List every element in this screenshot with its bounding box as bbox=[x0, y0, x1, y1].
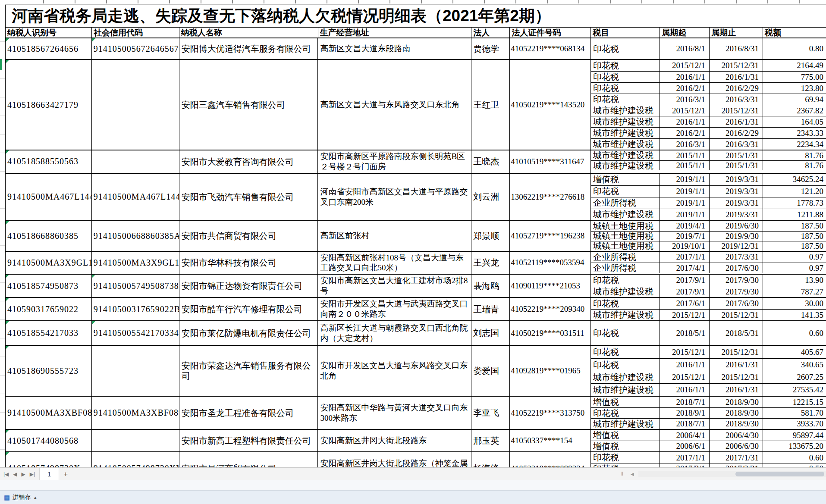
address-cell[interactable]: 高新区文昌大道与东风路交叉口东北角 bbox=[318, 60, 471, 150]
tax-amount-cell[interactable]: 787.27 bbox=[763, 286, 826, 297]
period-start-cell[interactable]: 2016/3/1 bbox=[660, 94, 710, 105]
tax-amount-cell[interactable]: 2343.33 bbox=[763, 128, 826, 138]
column-header-taxpayer-id[interactable]: 纳税人识别号 bbox=[6, 28, 92, 38]
legal-id-cell[interactable]: 41052219****313750 bbox=[510, 397, 591, 429]
period-end-cell[interactable]: 2016/1/31 bbox=[710, 384, 763, 396]
tax-category-cell[interactable]: 增值税 bbox=[591, 441, 660, 451]
tax-amount-cell[interactable]: 2164.49 bbox=[763, 60, 826, 71]
legal-person-cell[interactable]: 裴海鸥 bbox=[471, 275, 510, 297]
taxpayer-name-cell[interactable]: 安阳市华林科技有限公司 bbox=[179, 252, 318, 274]
status-item-label[interactable]: 进销存 bbox=[13, 494, 31, 501]
credit-code-cell[interactable] bbox=[92, 150, 179, 173]
horizontal-scrollbar-thumb[interactable] bbox=[735, 472, 824, 476]
column-header-address[interactable]: 生产经营地址 bbox=[318, 28, 472, 38]
tax-category-cell[interactable]: 印花税 bbox=[591, 72, 660, 82]
period-end-cell[interactable]: 2019/3/31 bbox=[710, 174, 763, 185]
tax-amount-cell[interactable]: 81.76 bbox=[763, 150, 826, 160]
period-end-cell[interactable]: 2017/6/30 bbox=[710, 298, 763, 309]
period-end-cell[interactable]: 2017/3/31 bbox=[710, 252, 763, 263]
period-start-cell[interactable]: 2016/2/1 bbox=[660, 83, 710, 94]
legal-id-cell[interactable]: 41050337****154 bbox=[510, 430, 591, 451]
tax-category-cell[interactable]: 城市维护建设税 bbox=[591, 116, 660, 127]
period-end-cell[interactable]: 2019/6/30 bbox=[710, 221, 763, 231]
period-start-cell[interactable]: 2016/8/1 bbox=[660, 38, 710, 59]
taxpayer-name-cell[interactable]: 安阳市大爱教育咨询有限公司 bbox=[179, 150, 318, 173]
tax-amount-cell[interactable]: 187.50 bbox=[763, 221, 826, 231]
period-start-cell[interactable]: 2015/12/1 bbox=[660, 371, 710, 383]
period-end-cell[interactable]: 2016/3/31 bbox=[710, 139, 763, 150]
address-cell[interactable]: 安阳市开发区文昌大道与武夷西路交叉口向南２００米路东 bbox=[318, 298, 471, 320]
period-end-cell[interactable]: 2015/12/31 bbox=[710, 371, 763, 383]
tax-amount-cell[interactable]: 141.35 bbox=[763, 310, 826, 320]
tax-category-cell[interactable]: 城镇土地使用税 bbox=[591, 241, 660, 251]
taxpayer-name-cell[interactable]: 安阳市圣龙工程准备有限公司 bbox=[179, 397, 318, 429]
legal-id-cell[interactable]: 41050219****031511 bbox=[510, 321, 591, 345]
tax-category-cell[interactable]: 印花税 bbox=[591, 94, 660, 105]
tax-amount-cell[interactable]: 30.00 bbox=[763, 298, 826, 309]
legal-person-cell[interactable]: 王瑞青 bbox=[471, 298, 510, 320]
tax-amount-cell[interactable]: 0.60 bbox=[763, 452, 826, 463]
period-start-cell[interactable]: 2018/9/1 bbox=[660, 408, 710, 418]
legal-id-cell[interactable]: 41052119****053594 bbox=[510, 252, 591, 274]
period-start-cell[interactable]: 2019/1/1 bbox=[660, 186, 710, 197]
address-cell[interactable]: 高新区前张村 bbox=[318, 221, 471, 251]
period-start-cell[interactable]: 2016/1/1 bbox=[660, 116, 710, 127]
taxpayer-name-cell[interactable]: 安阳市荣鑫达汽车销售服务有限公司 bbox=[179, 346, 318, 396]
period-end-cell[interactable]: 2018/9/30 bbox=[710, 408, 763, 418]
period-start-cell[interactable]: 2015/1/1 bbox=[660, 161, 710, 170]
tab-scrollbar-splitter[interactable]: ‖ bbox=[621, 470, 623, 477]
period-end-cell[interactable]: 2015/12/31 bbox=[710, 60, 763, 71]
period-start-cell[interactable]: 2019/7/1 bbox=[660, 232, 710, 241]
tax-category-cell[interactable]: 印花税 bbox=[591, 83, 660, 94]
tax-category-cell[interactable]: 城市维护建设税 bbox=[591, 128, 660, 138]
tax-amount-cell[interactable]: 340.65 bbox=[763, 359, 826, 371]
sheet-tab-active[interactable]: 1 bbox=[39, 468, 59, 480]
credit-code-cell[interactable] bbox=[92, 346, 179, 396]
period-end-cell[interactable]: 2019/12/31 bbox=[710, 241, 763, 251]
address-cell[interactable]: 安阳市高新区文昌大道化工建材市场2排8号 bbox=[318, 275, 471, 297]
hscroll-left-arrow-icon[interactable]: ◀ bbox=[631, 472, 634, 476]
column-header-legal-id[interactable]: 法人证件号码 bbox=[510, 28, 591, 38]
column-header-legal-person[interactable]: 法人 bbox=[471, 28, 510, 38]
taxpayer-name-cell[interactable]: 安阳博大优适得汽车服务有限公司 bbox=[179, 38, 318, 59]
tax-amount-cell[interactable]: 164.05 bbox=[763, 116, 826, 127]
period-start-cell[interactable]: 2017/6/1 bbox=[660, 298, 710, 309]
taxpayer-id-cell[interactable]: 410518588550563 bbox=[6, 150, 92, 173]
tax-amount-cell[interactable]: 1778.73 bbox=[763, 197, 826, 209]
period-end-cell[interactable]: 2019/9/30 bbox=[710, 232, 763, 241]
tax-category-cell[interactable]: 印花税 bbox=[591, 452, 660, 463]
address-cell[interactable]: 河南省安阳市高新区文昌大道与平原路交叉口东南200米 bbox=[318, 174, 471, 220]
tax-category-cell[interactable]: 印花税 bbox=[591, 359, 660, 371]
tax-amount-cell[interactable]: 2367.82 bbox=[763, 105, 826, 116]
period-end-cell[interactable]: 2016/8/31 bbox=[710, 38, 763, 59]
tax-category-cell[interactable]: 印花税 bbox=[591, 186, 660, 197]
tax-category-cell[interactable]: 城市维护建设税 bbox=[591, 371, 660, 383]
tax-category-cell[interactable]: 城市维护建设税 bbox=[591, 161, 660, 170]
period-end-cell[interactable]: 2019/3/31 bbox=[710, 186, 763, 197]
credit-code-cell[interactable] bbox=[92, 60, 179, 150]
column-header-period-start[interactable]: 属期起 bbox=[660, 28, 710, 38]
period-start-cell[interactable]: 2019/4/1 bbox=[660, 221, 710, 231]
period-start-cell[interactable]: 2018/5/1 bbox=[660, 321, 710, 345]
tax-amount-cell[interactable]: 3933.70 bbox=[763, 419, 826, 429]
period-end-cell[interactable]: 2019/3/31 bbox=[710, 197, 763, 209]
legal-id-cell[interactable]: 41052219****209340 bbox=[510, 298, 591, 320]
period-end-cell[interactable]: 2016/1/31 bbox=[710, 116, 763, 127]
next-sheet-icon[interactable]: ▶ bbox=[22, 471, 25, 477]
taxpayer-id-cell[interactable]: 410501744080568 bbox=[6, 430, 92, 451]
period-start-cell[interactable]: 2017/4/1 bbox=[660, 263, 710, 273]
tax-amount-cell[interactable]: 2234.34 bbox=[763, 139, 826, 150]
period-end-cell[interactable]: 2006/6/30 bbox=[710, 441, 763, 451]
legal-person-cell[interactable]: 郑景顺 bbox=[471, 221, 510, 251]
period-end-cell[interactable]: 2016/1/31 bbox=[710, 359, 763, 371]
tax-amount-cell[interactable]: 123.80 bbox=[763, 83, 826, 94]
period-end-cell[interactable]: 2015/12/31 bbox=[710, 346, 763, 358]
tax-category-cell[interactable]: 印花税 bbox=[591, 321, 660, 345]
address-cell[interactable]: 高新区长江大道与朝霞路交叉口西北角院内（大定龙村） bbox=[318, 321, 471, 345]
tax-category-cell[interactable]: 印花税 bbox=[591, 275, 660, 286]
taxpayer-name-cell[interactable]: 安阳三鑫汽车销售有限公司 bbox=[179, 60, 318, 150]
tax-amount-cell[interactable]: 81.76 bbox=[763, 161, 826, 170]
period-end-cell[interactable]: 2016/2/29 bbox=[710, 128, 763, 138]
tax-amount-cell[interactable]: 581.70 bbox=[763, 408, 826, 418]
legal-person-cell[interactable]: 李亚飞 bbox=[471, 397, 510, 429]
